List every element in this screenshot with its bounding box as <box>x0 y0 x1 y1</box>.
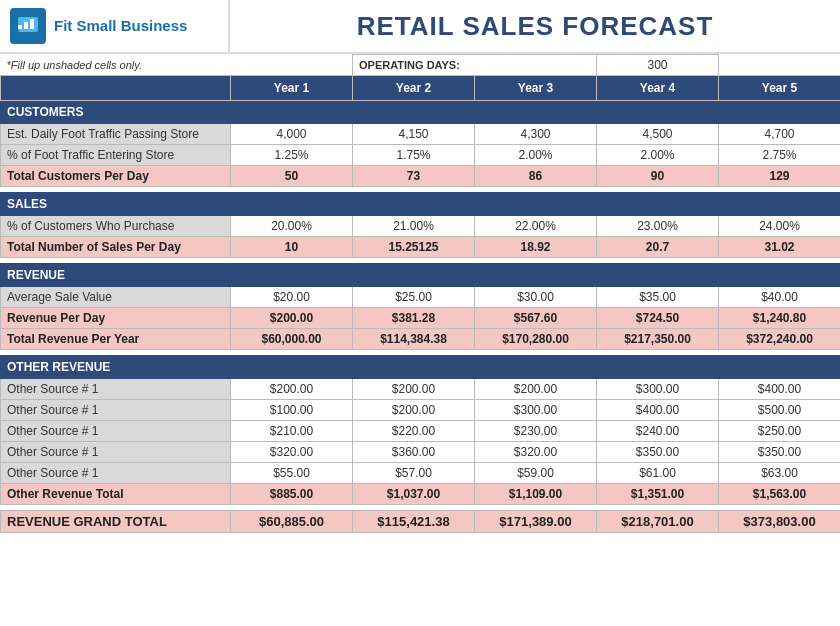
other-source-1-y4[interactable]: $300.00 <box>597 379 719 400</box>
svg-rect-1 <box>18 32 38 35</box>
foot-traffic-y5[interactable]: 4,700 <box>719 124 840 145</box>
sales-label: SALES <box>1 193 841 216</box>
other-revenue-label: OTHER REVENUE <box>1 356 841 379</box>
customers-purchase-pct-y2[interactable]: 21.00% <box>353 216 475 237</box>
other-source-5-y3[interactable]: $59.00 <box>475 463 597 484</box>
total-rev-year-row: Total Revenue Per Year $60,000.00 $114,3… <box>1 329 841 350</box>
rev-per-day-y5: $1,240.80 <box>719 308 840 329</box>
foot-traffic-y3[interactable]: 4,300 <box>475 124 597 145</box>
other-source-5-y5[interactable]: $63.00 <box>719 463 840 484</box>
avg-sale-y1[interactable]: $20.00 <box>231 287 353 308</box>
customers-purchase-pct-y3[interactable]: 22.00% <box>475 216 597 237</box>
total-customers-row: Total Customers Per Day 50 73 86 90 129 <box>1 166 841 187</box>
total-customers-label: Total Customers Per Day <box>1 166 231 187</box>
other-source-3-y3[interactable]: $230.00 <box>475 421 597 442</box>
other-source-2-y3[interactable]: $300.00 <box>475 400 597 421</box>
other-source-4-y2[interactable]: $360.00 <box>353 442 475 463</box>
other-source-2-y4[interactable]: $400.00 <box>597 400 719 421</box>
other-source-5-y4[interactable]: $61.00 <box>597 463 719 484</box>
rev-per-day-y2: $381.28 <box>353 308 475 329</box>
foot-traffic-y1[interactable]: 4,000 <box>231 124 353 145</box>
forecast-table: *Fill up unshaded cells only. OPERATING … <box>0 54 840 533</box>
svg-rect-3 <box>30 19 34 29</box>
total-sales-y4: 20.7 <box>597 237 719 258</box>
customers-purchase-pct-y4[interactable]: 23.00% <box>597 216 719 237</box>
other-revenue-total-row: Other Revenue Total $885.00 $1,037.00 $1… <box>1 484 841 505</box>
grand-total-label: REVENUE GRAND TOTAL <box>1 511 231 533</box>
svg-rect-2 <box>24 22 28 29</box>
customers-label: CUSTOMERS <box>1 101 841 124</box>
total-rev-year-y4: $217,350.00 <box>597 329 719 350</box>
other-source-3-y4[interactable]: $240.00 <box>597 421 719 442</box>
other-source-1-y5[interactable]: $400.00 <box>719 379 840 400</box>
total-sales-y1: 10 <box>231 237 353 258</box>
header: Fit Small Business RETAIL SALES FORECAST <box>0 0 840 54</box>
total-customers-y5: 129 <box>719 166 840 187</box>
total-customers-y2: 73 <box>353 166 475 187</box>
other-source-5-row: Other Source # 1 $55.00 $57.00 $59.00 $6… <box>1 463 841 484</box>
customers-purchase-pct-y5[interactable]: 24.00% <box>719 216 840 237</box>
other-revenue-total-label: Other Revenue Total <box>1 484 231 505</box>
other-source-5-label: Other Source # 1 <box>1 463 231 484</box>
foot-traffic-y4[interactable]: 4,500 <box>597 124 719 145</box>
avg-sale-y4[interactable]: $35.00 <box>597 287 719 308</box>
other-source-5-y1[interactable]: $55.00 <box>231 463 353 484</box>
operating-label: OPERATING DAYS: <box>359 59 460 71</box>
table-wrapper: *Fill up unshaded cells only. OPERATING … <box>0 54 840 533</box>
other-source-5-y2[interactable]: $57.00 <box>353 463 475 484</box>
avg-sale-row: Average Sale Value $20.00 $25.00 $30.00 … <box>1 287 841 308</box>
avg-sale-y2[interactable]: $25.00 <box>353 287 475 308</box>
other-source-3-y5[interactable]: $250.00 <box>719 421 840 442</box>
avg-sale-y5[interactable]: $40.00 <box>719 287 840 308</box>
rev-per-day-y4: $724.50 <box>597 308 719 329</box>
main-title: RETAIL SALES FORECAST <box>357 11 714 41</box>
rev-per-day-row: Revenue Per Day $200.00 $381.28 $567.60 … <box>1 308 841 329</box>
other-source-3-y2[interactable]: $220.00 <box>353 421 475 442</box>
logo-text: Fit Small Business <box>54 17 187 35</box>
year-header-row: Year 1 Year 2 Year 3 Year 4 Year 5 <box>1 76 841 101</box>
operating-value[interactable]: 300 <box>597 55 719 76</box>
grand-total-y3: $171,389.00 <box>475 511 597 533</box>
rev-per-day-y1: $200.00 <box>231 308 353 329</box>
foot-traffic-pct-y4[interactable]: 2.00% <box>597 145 719 166</box>
info-row: *Fill up unshaded cells only. OPERATING … <box>1 55 841 76</box>
other-source-2-y5[interactable]: $500.00 <box>719 400 840 421</box>
customers-purchase-pct-y1[interactable]: 20.00% <box>231 216 353 237</box>
foot-traffic-pct-y5[interactable]: 2.75% <box>719 145 840 166</box>
foot-traffic-pct-label: % of Foot Traffic Entering Store <box>1 145 231 166</box>
rev-per-day-label: Revenue Per Day <box>1 308 231 329</box>
label-header <box>1 76 231 101</box>
other-source-2-y2[interactable]: $200.00 <box>353 400 475 421</box>
svg-rect-4 <box>18 25 22 29</box>
year5-header: Year 5 <box>719 76 840 101</box>
foot-traffic-pct-y3[interactable]: 2.00% <box>475 145 597 166</box>
total-rev-year-y2: $114,384.38 <box>353 329 475 350</box>
other-source-4-y5[interactable]: $350.00 <box>719 442 840 463</box>
grand-total-y1: $60,885.00 <box>231 511 353 533</box>
foot-traffic-pct-y1[interactable]: 1.25% <box>231 145 353 166</box>
avg-sale-y3[interactable]: $30.00 <box>475 287 597 308</box>
other-source-1-y1[interactable]: $200.00 <box>231 379 353 400</box>
logo-icon <box>10 8 46 44</box>
foot-traffic-pct-y2[interactable]: 1.75% <box>353 145 475 166</box>
foot-traffic-y2[interactable]: 4,150 <box>353 124 475 145</box>
logo-area: Fit Small Business <box>0 0 230 52</box>
total-sales-label: Total Number of Sales Per Day <box>1 237 231 258</box>
total-sales-y3: 18.92 <box>475 237 597 258</box>
other-source-1-y3[interactable]: $200.00 <box>475 379 597 400</box>
other-source-4-y3[interactable]: $320.00 <box>475 442 597 463</box>
customers-section-header: CUSTOMERS <box>1 101 841 124</box>
total-rev-year-y1: $60,000.00 <box>231 329 353 350</box>
other-source-1-y2[interactable]: $200.00 <box>353 379 475 400</box>
other-source-4-y1[interactable]: $320.00 <box>231 442 353 463</box>
year4-header: Year 4 <box>597 76 719 101</box>
grand-total-y5: $373,803.00 <box>719 511 840 533</box>
total-rev-year-label: Total Revenue Per Year <box>1 329 231 350</box>
other-source-2-label: Other Source # 1 <box>1 400 231 421</box>
other-source-1-row: Other Source # 1 $200.00 $200.00 $200.00… <box>1 379 841 400</box>
grand-total-row: REVENUE GRAND TOTAL $60,885.00 $115,421.… <box>1 511 841 533</box>
other-source-4-y4[interactable]: $350.00 <box>597 442 719 463</box>
other-source-3-y1[interactable]: $210.00 <box>231 421 353 442</box>
total-rev-year-y3: $170,280.00 <box>475 329 597 350</box>
other-source-2-y1[interactable]: $100.00 <box>231 400 353 421</box>
